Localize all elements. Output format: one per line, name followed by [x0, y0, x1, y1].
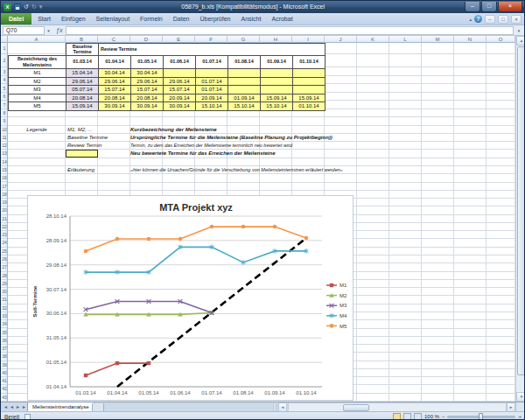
cell-B1[interactable]: Baseline Termine: [66, 44, 99, 56]
row-header-4[interactable]: 4: [1, 76, 8, 84]
row-header-9[interactable]: 9: [1, 117, 8, 125]
zoom-slider[interactable]: [447, 416, 515, 418]
row-header-37[interactable]: 37: [1, 345, 8, 353]
cell-I7[interactable]: 01.10.14: [293, 102, 326, 110]
cell-B15[interactable]: Erläuterung: [67, 166, 94, 174]
scroll-up-icon[interactable]: ▲: [516, 36, 525, 46]
cell-C1[interactable]: Review Termine: [99, 44, 326, 56]
name-box[interactable]: Q70: [3, 26, 45, 35]
cell-C5[interactable]: 15.07.14: [99, 85, 131, 94]
cell-B12[interactable]: Review Termin: [67, 142, 102, 150]
cell-D2[interactable]: 01.05.14: [131, 55, 164, 68]
column-header-N[interactable]: N: [454, 36, 486, 43]
cell-F4[interactable]: 01.07.14: [196, 77, 228, 85]
column-header-M[interactable]: M: [422, 36, 454, 43]
cell-I6[interactable]: 15.09.14: [293, 94, 326, 102]
cell-D5[interactable]: 15.07.14: [131, 85, 164, 94]
column-header-J[interactable]: J: [325, 36, 357, 43]
fx-icon[interactable]: ƒx: [52, 27, 66, 33]
vertical-scroll-thumb[interactable]: [517, 46, 525, 375]
row-header-18[interactable]: 18: [1, 191, 8, 199]
cell-D10[interactable]: Kurzbezeichnung der Meilensteine: [130, 126, 217, 134]
cell-G4[interactable]: [228, 77, 261, 85]
row-header-8[interactable]: 8: [1, 109, 8, 117]
zoom-out-button[interactable]: −: [442, 413, 445, 420]
prev-sheet-icon[interactable]: ◄: [9, 402, 15, 411]
cell-D12[interactable]: Termin, zu dem das Erreichen der Meilens…: [130, 142, 292, 150]
ribbon-tab-einfügen[interactable]: Einfügen: [56, 13, 91, 24]
row-header-24[interactable]: 24: [1, 239, 8, 247]
row-header-42[interactable]: 42: [1, 385, 8, 393]
cell-H4[interactable]: [261, 77, 293, 85]
row-header-28[interactable]: 28: [1, 272, 8, 280]
cell-A7[interactable]: M5: [9, 102, 66, 110]
zoom-in-button[interactable]: +: [518, 413, 522, 420]
view-page-break-button[interactable]: [414, 413, 422, 420]
cell-D4[interactable]: 29.06.14: [131, 77, 164, 85]
cell-I2[interactable]: 01.10.14: [293, 55, 326, 68]
cell-A1[interactable]: [9, 44, 66, 56]
cell-A10[interactable]: Legende: [8, 126, 66, 134]
cell-G7[interactable]: 15.10.14: [228, 102, 261, 110]
legend-review-swatch[interactable]: [66, 150, 98, 158]
column-header-F[interactable]: F: [195, 36, 228, 43]
cell-I3[interactable]: [293, 68, 326, 77]
ribbon-tab-formeln[interactable]: Formeln: [135, 13, 168, 24]
cell-B4[interactable]: 29.06.14: [66, 77, 99, 85]
cell-C7[interactable]: 30.09.14: [99, 102, 131, 110]
cell-D11[interactable]: Ursprüngliche Termine für die Meilenstei…: [130, 134, 332, 142]
row-header-33[interactable]: 33: [1, 312, 8, 320]
cell-F2[interactable]: 01.07.14: [196, 55, 228, 68]
qat-dropdown-icon[interactable]: ▾: [39, 1, 43, 13]
ribbon-tab-überprüfen[interactable]: Überprüfen: [194, 13, 235, 24]
column-header-L[interactable]: L: [389, 36, 422, 43]
ribbon-collapse-icon[interactable]: ▴: [469, 17, 472, 22]
horizontal-scroll-thumb[interactable]: [343, 404, 369, 411]
column-header-I[interactable]: I: [292, 36, 325, 43]
undo-icon[interactable]: ↺: [24, 1, 29, 13]
row-header-12[interactable]: 12: [1, 142, 8, 150]
macro-record-icon[interactable]: [24, 414, 31, 420]
cell-C6[interactable]: 20.08.14: [99, 94, 131, 102]
cell-E3[interactable]: [164, 68, 196, 77]
row-header-7[interactable]: 7: [1, 101, 8, 109]
row-header-6[interactable]: 6: [1, 93, 8, 101]
cell-B5[interactable]: 05.07.14: [66, 85, 99, 94]
cell-H2[interactable]: 01.09.14: [261, 55, 293, 68]
row-header-32[interactable]: 32: [1, 304, 8, 312]
vertical-scrollbar[interactable]: ▲ ▼: [515, 36, 525, 402]
cell-E2[interactable]: 01.06.14: [164, 55, 196, 68]
cell-D7[interactable]: 30.09.14: [131, 102, 164, 110]
workbook-minimize-button[interactable]: –: [485, 15, 495, 24]
row-header-14[interactable]: 14: [1, 158, 8, 166]
cell-E5[interactable]: 15.07.14: [164, 85, 196, 94]
chart-mta[interactable]: MTA Projekt xyz01.04.1401.05.1431.05.143…: [27, 195, 354, 401]
tab-splitter-handle[interactable]: [273, 403, 276, 411]
ribbon-tab-seitenlayout[interactable]: Seitenlayout: [91, 13, 136, 24]
cell-F6[interactable]: 20.09.14: [196, 94, 228, 102]
column-header-A[interactable]: A: [8, 36, 66, 43]
row-header-26[interactable]: 26: [1, 256, 8, 263]
row-header-1[interactable]: 1: [1, 43, 8, 54]
cell-B6[interactable]: 20.08.14: [66, 94, 99, 102]
row-header-21[interactable]: 21: [1, 215, 8, 223]
row-header-23[interactable]: 23: [1, 231, 8, 239]
cell-C2[interactable]: 01.04.14: [99, 55, 131, 68]
row-header-11[interactable]: 11: [1, 134, 8, 142]
row-header-22[interactable]: 22: [1, 223, 8, 231]
row-header-20[interactable]: 20: [1, 206, 8, 214]
zoom-slider-thumb[interactable]: [479, 413, 483, 420]
row-header-43[interactable]: 43: [1, 394, 8, 402]
column-header-O[interactable]: O: [486, 36, 515, 43]
cell-G5[interactable]: [228, 85, 261, 94]
cell-B10[interactable]: M1, M2, ...: [67, 126, 92, 134]
row-header-10[interactable]: 10: [1, 126, 8, 134]
cell-D3[interactable]: 30.04.14: [131, 68, 164, 77]
row-header-2[interactable]: 2: [1, 54, 8, 67]
row-header-19[interactable]: 19: [1, 199, 8, 206]
cell-E6[interactable]: 20.09.14: [164, 94, 196, 102]
ribbon-tab-daten[interactable]: Daten: [168, 13, 195, 24]
ribbon-tab-start[interactable]: Start: [32, 13, 56, 24]
row-header-16[interactable]: 16: [1, 174, 8, 182]
row-header-41[interactable]: 41: [1, 377, 8, 385]
